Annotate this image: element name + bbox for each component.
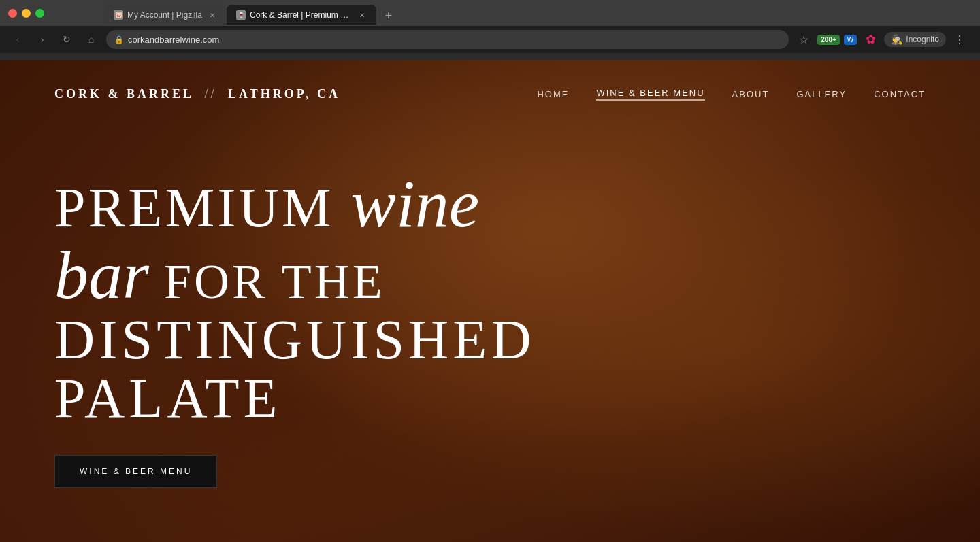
toolbar-right: ☆ 200+ W ✿ 🕵 Incognito ⋮: [794, 30, 972, 49]
hero-for-the-text: FOR THE: [149, 254, 385, 309]
nav-links: HOME WINE & BEER MENU ABOUT GALLERY CONT…: [537, 88, 926, 101]
tab-2-favicon: 🍷: [236, 10, 246, 20]
logo-slash: //: [205, 87, 217, 101]
refresh-button[interactable]: ↻: [57, 30, 76, 49]
more-button[interactable]: ⋮: [950, 30, 969, 49]
hero-bar-cursive: bar: [54, 237, 149, 313]
lock-icon: 🔒: [114, 35, 124, 44]
address-input[interactable]: 🔒 corkandbarrelwine.com: [106, 30, 789, 49]
hero-line-1: PREMIUM wine: [54, 168, 517, 239]
site-navigation: CORK & BARREL // LATHROP, CA HOME WINE &…: [0, 60, 980, 129]
cta-button[interactable]: WINE & BEER MENU: [54, 455, 217, 488]
hero-title: PREMIUM wine bar FOR THE DISTINGUISHED P…: [54, 168, 517, 428]
incognito-button[interactable]: 🕵 Incognito: [884, 32, 946, 47]
close-window-btn[interactable]: [8, 9, 17, 18]
back-button[interactable]: ‹: [8, 30, 27, 49]
hero-content: PREMIUM wine bar FOR THE DISTINGUISHED P…: [54, 168, 517, 488]
logo-text-2: LATHROP, CA: [228, 87, 340, 101]
nav-home[interactable]: HOME: [537, 89, 569, 99]
site-logo[interactable]: CORK & BARREL // LATHROP, CA: [54, 87, 340, 101]
cta-label: WINE & BEER MENU: [80, 467, 192, 476]
ext2-badge[interactable]: W: [844, 35, 857, 45]
hero-line-2: bar FOR THE: [54, 239, 517, 311]
nav-wine-beer-menu[interactable]: WINE & BEER MENU: [596, 88, 704, 101]
browser-chrome: 🐷 My Account | Pigzilla ✕ 🍷 Cork & Barre…: [0, 0, 980, 60]
star-icon[interactable]: ☆: [794, 30, 813, 49]
tab-1-close[interactable]: ✕: [208, 10, 217, 20]
tab-1[interactable]: 🐷 My Account | Pigzilla ✕: [104, 5, 227, 25]
address-bar: ‹ › ↻ ⌂ 🔒 corkandbarrelwine.com ☆ 200+ W…: [0, 26, 980, 53]
hero-line-4: PALATE: [54, 369, 517, 428]
hero-wine-cursive: wine: [350, 166, 479, 241]
nav-contact[interactable]: CONTACT: [874, 89, 926, 99]
hero-premium-text: PREMIUM: [54, 177, 350, 239]
logo-text-1: CORK & BARREL: [54, 87, 193, 101]
nav-gallery[interactable]: GALLERY: [796, 89, 847, 99]
minimize-window-btn[interactable]: [22, 9, 31, 18]
tab-1-favicon: 🐷: [114, 10, 123, 20]
title-bar: 🐷 My Account | Pigzilla ✕ 🍷 Cork & Barre…: [0, 0, 980, 26]
hero-line-3: DISTINGUISHED: [54, 311, 517, 369]
maximize-window-btn[interactable]: [35, 9, 44, 18]
nav-about[interactable]: ABOUT: [732, 89, 770, 99]
tabs-bar: 🐷 My Account | Pigzilla ✕ 🍷 Cork & Barre…: [50, 1, 453, 25]
tab-2-title: Cork & Barrel | Premium Wine B…: [250, 10, 353, 20]
window-controls: [8, 9, 44, 18]
new-tab-button[interactable]: +: [379, 6, 398, 25]
tab-2-close[interactable]: ✕: [357, 10, 367, 20]
tab-2[interactable]: 🍷 Cork & Barrel | Premium Wine B… ✕: [227, 5, 376, 25]
url-text: corkandbarrelwine.com: [128, 35, 219, 45]
incognito-label: Incognito: [906, 35, 939, 44]
forward-button[interactable]: ›: [33, 30, 52, 49]
website: CORK & BARREL // LATHROP, CA HOME WINE &…: [0, 60, 980, 542]
incognito-icon: 🕵: [891, 34, 902, 45]
home-button[interactable]: ⌂: [82, 30, 101, 49]
tab-1-title: My Account | Pigzilla: [127, 10, 203, 20]
ext1-badge[interactable]: 200+: [817, 35, 840, 45]
rose-icon[interactable]: ✿: [861, 30, 880, 49]
